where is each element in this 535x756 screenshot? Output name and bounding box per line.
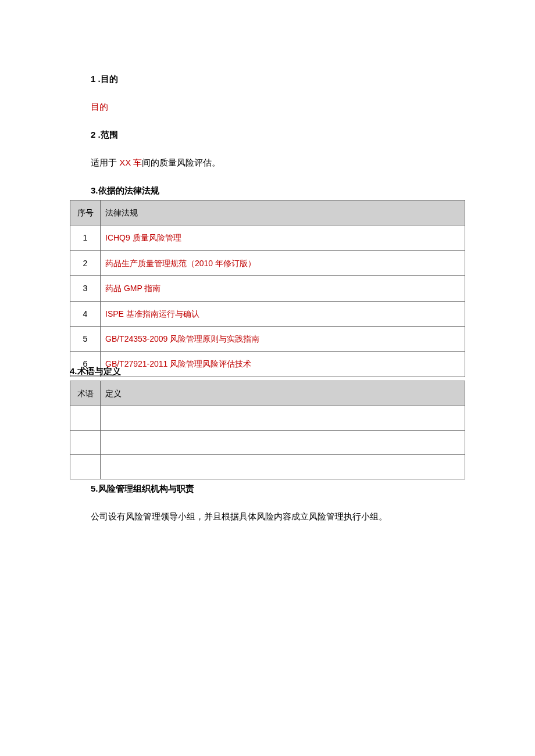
table-row: 4 ISPE 基准指南运行与确认: [70, 301, 465, 326]
laws-seq: 1: [70, 225, 101, 250]
table-row: 3 药品 GMP 指南: [70, 276, 465, 301]
section-2-heading: 2 .范围: [91, 128, 465, 142]
table-row: 5 GB/T24353-2009 风险管理原则与实践指南: [70, 326, 465, 351]
laws-law: GB/T24353-2009 风险管理原则与实践指南: [101, 326, 465, 351]
terms-term: [70, 406, 101, 431]
section-2-text-red: XX 车: [119, 157, 142, 167]
laws-table: 序号 法律法规 1 ICHQ9 质量风险管理 2 药品生产质量管理规范（2010…: [70, 200, 465, 377]
laws-seq: 2: [70, 250, 101, 275]
laws-law: ICHQ9 质量风险管理: [101, 225, 465, 250]
section-2-text: 适用于 XX 车间的质量风险评估。: [91, 156, 465, 170]
section-3-heading: 3.依据的法律法规: [91, 184, 465, 198]
section-5-text: 公司设有风险管理领导小组，并且根据具体风险内容成立风险管理执行小组。: [91, 510, 465, 524]
terms-def: [101, 431, 465, 455]
laws-seq: 4: [70, 301, 101, 326]
section-5-heading: 5.风险管理组织机构与职责: [91, 482, 465, 496]
section-1-heading: 1 .目的: [91, 72, 465, 86]
table-row: [70, 431, 465, 455]
terms-def: [101, 455, 465, 479]
table-row: 1 ICHQ9 质量风险管理: [70, 225, 465, 250]
table-row: [70, 406, 465, 431]
laws-table-header-seq: 序号: [70, 200, 101, 225]
terms-term: [70, 455, 101, 479]
section-2-text-suffix: 间的质量风险评估。: [142, 157, 220, 167]
laws-table-header-law: 法律法规: [101, 200, 465, 225]
table-row: [70, 455, 465, 479]
laws-law: ISPE 基准指南运行与确认: [101, 301, 465, 326]
terms-table: 术语 定义: [70, 381, 465, 479]
laws-law: 药品 GMP 指南: [101, 276, 465, 301]
section-2-text-prefix: 适用于: [91, 157, 119, 167]
laws-seq: 3: [70, 276, 101, 301]
section-4-heading: 4.术语与定义: [70, 364, 465, 378]
terms-table-header-term: 术语: [70, 381, 101, 406]
terms-def: [101, 406, 465, 431]
table-row: 2 药品生产质量管理规范（2010 年修订版）: [70, 250, 465, 275]
terms-term: [70, 431, 101, 455]
laws-law: 药品生产质量管理规范（2010 年修订版）: [101, 250, 465, 275]
laws-seq: 5: [70, 326, 101, 351]
terms-table-header-def: 定义: [101, 381, 465, 406]
section-1-subtext: 目的: [91, 100, 465, 114]
